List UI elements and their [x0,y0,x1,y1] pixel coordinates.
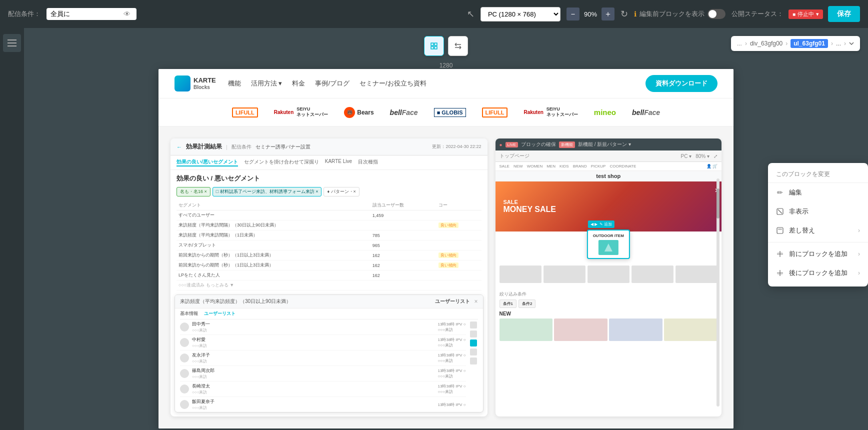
outdoor-text: OUTDOOR ITEM [593,234,624,238]
side-action-icon[interactable] [470,348,477,356]
add-after-icon [776,269,784,277]
add-after-arrow-icon: › [858,270,860,276]
shop-url-bar: トップページ PC ▾ 80% ▾ ⤢ [496,150,722,162]
cell-label: スマホ/タブレット [176,240,370,250]
tab-segment[interactable]: 効果の良い/悪いセグメント [176,158,238,166]
cell-count: 965 [370,240,436,250]
cell-count: 1,459 [370,210,436,220]
cell-more[interactable]: ○○○達成済み もっとみる ▼ [176,280,482,290]
svg-marker-7 [604,244,612,252]
context-menu-replace[interactable]: 差し替え › [768,221,868,240]
add-before-icon [776,250,784,258]
zoom-out-button[interactable]: － [566,8,580,20]
preview-toggle[interactable] [708,9,726,19]
side-action-icon[interactable] [470,358,477,364]
scrollbar[interactable] [716,178,720,406]
scrollbar-thumb[interactable] [716,188,720,218]
karte-cta-button[interactable]: 資料ダウンロード [646,75,718,92]
select-tool-button[interactable] [424,36,444,56]
zoom-in-button[interactable]: ＋ [602,8,614,20]
table-row: 来訪頻度（平均来訪間隔）（1日未満） 785 [176,230,482,240]
category-item[interactable] [632,266,674,283]
context-menu-add-after[interactable]: 後にブロックを追加 › [768,264,868,282]
replace-arrow-icon: › [858,227,860,234]
device-select[interactable]: PC (1280 × 768) Mobile [480,7,560,22]
nav-link-howto[interactable]: 活用方法 ▾ [251,79,282,88]
analytics-back-icon[interactable]: ← [176,144,182,150]
sidebar-menu-button[interactable] [3,34,21,52]
nav-men[interactable]: MEN [546,164,556,168]
cell-count: 162 [370,270,436,280]
condition-input-wrap[interactable]: 👁 [46,8,136,20]
filter-tag[interactable]: 条件2 [518,300,536,308]
side-action-icon-active[interactable] [470,340,477,346]
nav-kids[interactable]: KIDS [560,164,569,168]
hide-label: 非表示 [789,207,860,216]
eye-icon[interactable]: 👁 [124,10,130,18]
save-button[interactable]: 保存 [828,6,860,22]
context-menu-add-before[interactable]: 前にブロックを追加 › [768,244,868,264]
nav-link-blog[interactable]: 事例/ブログ [315,79,350,88]
info-icon: ℹ [634,10,636,18]
outdoor-block[interactable]: ◀ ▶ ✎ 追加 OUTDOOR ITEM [587,230,630,259]
breadcrumb-dropdown-icon[interactable] [849,41,854,46]
breadcrumb-item3[interactable]: ... [836,40,841,47]
tab-dir[interactable]: 目次種指 [358,158,378,166]
popup-user-list: 田中秀一○○○来訪 13時38時 IPV ○○○○来訪 中村愛○○○来訪 13時… [180,320,466,412]
product-item[interactable] [664,318,718,341]
side-action-icon[interactable] [470,330,477,338]
product-grid [500,318,718,341]
nav-link-seminar[interactable]: セミナー/お役立ち資料 [360,79,426,88]
category-item[interactable] [676,266,718,283]
nav-coordinate[interactable]: COORDINATE [610,164,636,168]
shop-account-icon: 👤 🛒 [706,164,718,168]
add-before-label: 前にブロックを追加 [789,250,853,258]
shop-expand-icon[interactable]: ⤢ [714,154,718,159]
breadcrumb-item1[interactable]: div_63gfg00 [750,40,782,47]
category-item[interactable] [500,266,542,283]
status-label: 公開ステータス： [732,10,784,18]
popup-user-row: 田中秀一○○○来訪 13時38時 IPV ○○○○来訪 [180,320,466,335]
filter-tag[interactable]: 条件1 [500,300,516,308]
nav-brand[interactable]: BRAND [573,164,587,168]
svg-line-9 [778,210,782,214]
cell-tag: 良い傾向 [436,220,481,230]
replace-label: 差し替え [789,226,853,235]
nav-women[interactable]: WOMEN [527,164,543,168]
width-ruler: 1280 [440,62,453,69]
outdoor-image [598,240,618,255]
product-item[interactable] [500,318,553,341]
logo-bears: 🐻 Bears [344,107,374,118]
nav-sale[interactable]: SALE [500,164,510,168]
tab-combine[interactable]: セグメントを掛け合わせて深掘り [244,158,319,166]
condition-input[interactable] [50,10,120,18]
context-menu-edit[interactable]: ✏ 編集 [768,183,868,202]
analytics-popup: 来訪頻度（平均来訪頻度）（30日以上90日未満） ユーザーリスト × 基本情報 … [174,294,484,412]
nav-pickup[interactable]: PICKUP [591,164,606,168]
popup-close-icon[interactable]: × [474,298,478,305]
logo-globis: ■ GLOBIS [434,108,466,117]
filter-tag-1[interactable]: 名も・名16 × [176,187,210,196]
toolbar-right: 公開ステータス： ■ 停止中 ▾ 保存 [732,6,860,22]
category-item[interactable] [544,266,586,283]
category-item[interactable] [588,266,630,283]
filter-tag-3[interactable]: ♦ パターン・× [324,187,359,196]
svg-rect-6 [434,46,437,49]
status-badge[interactable]: ■ 停止中 ▾ [788,10,823,19]
nav-link-features[interactable]: 機能 [228,79,241,88]
nav-new[interactable]: NEW [514,164,523,168]
block-add-label: ✎ 追加 [600,222,612,227]
product-item[interactable] [609,318,662,341]
breadcrumb-item2[interactable]: ul_63gfg01 [790,39,828,48]
tab-live[interactable]: KARTE Live [325,158,352,166]
shop-device-select[interactable]: PC ▾ [681,154,692,159]
filter-tag-2[interactable]: □ 材料誌系了ページ来訪、材料誘導フォーム来訪 × [212,187,322,196]
side-action-icon[interactable] [470,322,477,328]
product-item[interactable] [554,318,608,341]
left-sidebar [0,28,24,430]
refresh-button[interactable]: ↻ [620,8,628,20]
swap-tool-button[interactable] [448,36,468,56]
analytics-table: セグメント 該当ユーザー数 コー すべてのユーザー 1,459 [176,200,482,290]
nav-link-pricing[interactable]: 料金 [292,79,305,88]
context-menu-hide[interactable]: 非表示 [768,202,868,221]
